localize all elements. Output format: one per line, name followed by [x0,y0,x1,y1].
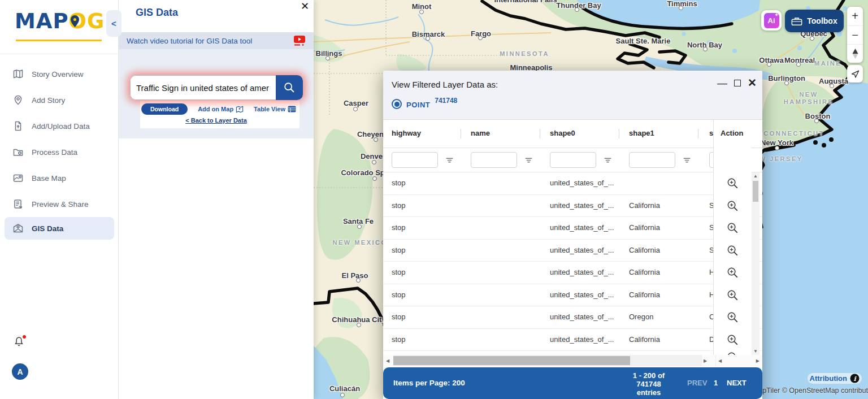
gis-search-input[interactable] [130,75,276,100]
add-on-map-button[interactable]: Add on Map [198,106,244,113]
column-header-name[interactable]: name [471,129,490,137]
zoom-in-button[interactable]: + [847,7,863,25]
sidebar-item-gis-data[interactable]: GIS Data [5,217,114,240]
cell-highway: stop [392,268,406,276]
table-view-button[interactable]: Table View [254,106,296,112]
vertical-scrollbar[interactable]: ▲ ▼ [752,172,760,355]
locate-button[interactable] [847,65,863,83]
column-separator [461,129,461,138]
current-page[interactable]: 1 [714,379,718,387]
story-overview-icon [12,68,24,80]
column-filter-input[interactable] [471,152,517,168]
column-filter-input[interactable] [629,152,675,168]
filter-icon[interactable] [445,156,454,167]
modal-header: View Filtered Layer Data as: — ✕ POINT 7… [383,71,762,120]
zoom-to-feature-button[interactable] [726,222,739,237]
compass-button[interactable] [847,44,863,63]
minimize-button[interactable]: — [717,80,727,86]
notification-dot [23,335,26,339]
panel-collapse-button[interactable]: < [106,10,121,37]
mini-scroll-left-arrow[interactable]: ◀ [718,358,722,363]
ai-assistant-button[interactable]: Ai✦ [761,10,782,31]
sidebar-menu: Story OverviewAdd StoryAdd/Upload DataPr… [0,61,119,240]
point-radio-row[interactable]: POINT 741748 [392,98,457,109]
attribution-label[interactable]: Attribution [810,374,847,383]
table-row: stopunited_states_of_...CaliforniaS [383,217,762,240]
filter-icon[interactable] [524,156,533,167]
search-button[interactable] [276,75,303,100]
map-state-label: NEW [799,91,818,98]
youtube-icon[interactable] [293,35,306,46]
toolbox-button[interactable]: Toolbox [785,10,844,32]
map-icon [236,106,244,113]
map-city-dot [326,56,330,60]
map-city-dot [775,146,779,150]
table-header-row: highwaynameshape0shape1s [383,120,762,148]
sidebar-item-story-overview[interactable]: Story Overview [0,61,119,87]
items-per-page[interactable]: Items per Page: 200 [393,379,465,387]
horizontal-scroll-thumb[interactable] [393,356,630,365]
table-row: stopunited_states_of_...CaliforniaS [383,240,762,262]
zoom-to-feature-icon [726,266,739,279]
horizontal-scrollbar[interactable]: ◀ ▶ ◀ ▶ [383,355,762,366]
column-header-highway[interactable]: highway [392,129,421,137]
column-header-shape0[interactable]: shape0 [550,129,575,137]
zoom-to-feature-button[interactable] [726,200,739,215]
divider [0,54,119,54]
sidebar-item-preview-share[interactable]: Preview & Share [0,191,119,217]
filter-icon[interactable] [683,156,691,167]
scroll-left-arrow[interactable]: ◀ [386,358,389,363]
map-city-dot [340,393,345,397]
user-avatar[interactable]: A [12,363,28,380]
zoom-to-feature-button[interactable] [726,289,739,304]
zoom-to-feature-button[interactable] [726,351,739,355]
point-radio-selected[interactable] [392,99,402,109]
tutorial-banner[interactable]: Watch video tutorial for GIS Data tool [119,32,314,49]
download-button[interactable]: Download [141,103,188,115]
info-icon[interactable]: i [850,374,860,383]
scroll-right-arrow[interactable]: ▶ [704,358,707,363]
zoom-to-feature-icon [726,351,739,355]
map-city-dot [703,47,708,51]
modal-title: View Filtered Layer Data as: [392,80,498,89]
action-column-scrollbar[interactable]: ◀ ▶ [715,355,762,366]
map-city-dot [810,36,814,41]
scroll-up-arrow[interactable]: ▲ [753,174,758,179]
scroll-down-arrow[interactable]: ▼ [753,349,758,354]
column-header-shape1[interactable]: shape1 [629,129,654,137]
maximize-button[interactable] [734,80,741,86]
vertical-scroll-thumb[interactable] [753,181,758,202]
sidebar-item-add-story[interactable]: Add Story [0,87,119,113]
map-city-dot [679,6,683,10]
zoom-to-feature-icon [726,222,739,235]
zoom-out-button[interactable]: − [847,25,863,44]
prev-page-button[interactable]: PREV [687,379,707,387]
back-to-layer-data-link[interactable]: < Back to Layer Data [119,117,314,124]
modal-close-button[interactable]: ✕ [748,76,757,89]
zoom-to-feature-icon [726,289,739,302]
map-zoom-controls: + − [847,7,863,63]
zoom-to-feature-button[interactable] [726,177,739,192]
sidebar-item-label: Base Map [32,174,66,183]
filter-icon[interactable] [604,156,612,167]
zoom-to-feature-button[interactable] [726,266,739,281]
sidebar-item-add-upload-data[interactable]: Add/Upload Data [0,113,119,139]
zoom-to-feature-button[interactable] [726,333,739,349]
navigation-arrow-icon [850,69,860,79]
table-row: stopunited_states_of_...CaliforniaS [383,195,762,218]
compass-icon [852,48,859,59]
cell-highway: stop [392,179,406,187]
notifications-bell[interactable] [14,336,24,349]
sidebar-item-base-map[interactable]: Base Map [0,165,119,191]
panel-close-button[interactable]: ✕ [301,0,309,12]
zoom-to-feature-button[interactable] [726,311,739,326]
column-filter-input[interactable] [392,152,438,168]
column-filter-input[interactable] [550,152,596,168]
zoom-to-feature-button[interactable] [726,244,739,259]
mini-scroll-right-arrow[interactable]: ▶ [756,358,760,363]
app-logo[interactable]: MAPOG [15,9,105,33]
map-state-label: NEW MEXICO [332,239,387,246]
next-page-button[interactable]: NEXT [727,379,747,387]
layer-actions: Download Add on Map Table View [141,103,300,115]
sidebar-item-process-data[interactable]: Process Data [0,139,119,165]
